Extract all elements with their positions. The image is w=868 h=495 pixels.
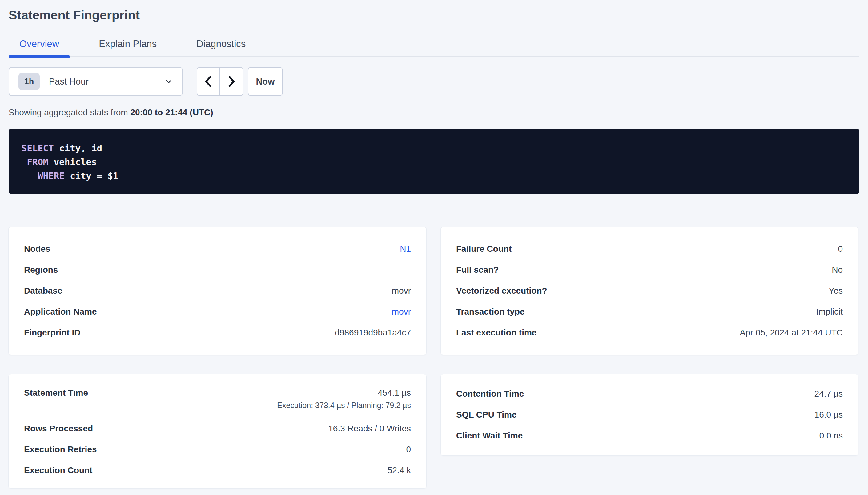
card-wait-times: Contention Time24.7 µsSQL CPU Time16.0 µ…	[441, 374, 858, 455]
now-button[interactable]: Now	[248, 67, 283, 96]
stat-label: Fingerprint ID	[24, 328, 81, 338]
stat-label: Nodes	[24, 244, 50, 254]
stat-value: 16.0 µs	[815, 410, 843, 420]
sql-keyword: SELECT	[21, 143, 54, 153]
stat-label: Last execution time	[456, 328, 537, 338]
sql-text: vehicles	[48, 157, 97, 167]
sql-line: FROM vehicles	[21, 155, 847, 169]
time-range-select[interactable]: 1h Past Hour	[9, 67, 183, 96]
stat-row: Databasemovr	[24, 280, 411, 301]
sql-text	[21, 171, 37, 181]
tab-overview[interactable]: Overview	[9, 35, 70, 56]
stat-label: Database	[24, 286, 63, 296]
card-execution-stats: Statement Time454.1 µsExecution: 373.4 µ…	[9, 374, 426, 488]
stat-label: Rows Processed	[24, 424, 93, 433]
aggregated-stats-text: Showing aggregated stats from 20:00 to 2…	[9, 108, 859, 117]
sql-line: SELECT city, id	[21, 141, 847, 155]
stat-row: Contention Time24.7 µs	[456, 383, 843, 404]
stat-value: 0	[838, 244, 843, 254]
stat-value: No	[832, 265, 843, 275]
chevron-left-icon	[203, 75, 214, 88]
stat-row: Fingerprint IDd986919d9ba1a4c7	[24, 322, 411, 343]
stat-subvalue: Execution: 373.4 µs / Planning: 79.2 µs	[277, 401, 411, 410]
chevron-down-icon	[164, 77, 173, 86]
stat-label: Execution Count	[24, 465, 92, 475]
stat-label: Execution Retries	[24, 445, 97, 455]
stat-value: movr	[392, 286, 411, 296]
stats-cards: NodesN1RegionsDatabasemovrApplication Na…	[9, 227, 859, 488]
stat-row: Application Namemovr	[24, 301, 411, 322]
stat-label: Client Wait Time	[456, 431, 523, 441]
card-overview-right: Failure Count0Full scan?NoVectorized exe…	[441, 227, 858, 355]
stat-row: Failure Count0	[456, 239, 843, 259]
stat-value: 52.4 k	[388, 465, 411, 475]
stat-value: 454.1 µs	[378, 388, 411, 398]
time-range-label: Past Hour	[49, 76, 164, 87]
aggregated-stats-range: 20:00 to 21:44 (UTC)	[130, 108, 213, 117]
chevron-right-icon	[226, 75, 237, 88]
page-title: Statement Fingerprint	[9, 8, 859, 22]
stat-label: Full scan?	[456, 265, 498, 275]
time-nav-group	[197, 67, 244, 96]
prev-time-button[interactable]	[197, 68, 220, 95]
tabs: OverviewExplain PlansDiagnostics	[9, 35, 859, 57]
time-range-badge: 1h	[18, 73, 40, 90]
stat-label: Contention Time	[456, 389, 524, 399]
sql-text: city, id	[54, 143, 102, 153]
aggregated-stats-prefix: Showing aggregated stats from	[9, 108, 130, 117]
stat-row: Last execution timeApr 05, 2024 at 21:44…	[456, 322, 843, 343]
stat-label: Vectorized execution?	[456, 286, 547, 296]
stat-label: Failure Count	[456, 244, 511, 254]
stat-value: 16.3 Reads / 0 Writes	[328, 424, 411, 433]
stat-label: Application Name	[24, 307, 97, 317]
stat-value: 0	[406, 445, 411, 455]
statement-fingerprint-page: Statement Fingerprint OverviewExplain Pl…	[0, 8, 868, 488]
next-time-button[interactable]	[220, 68, 243, 95]
stat-label: Statement Time	[24, 388, 88, 398]
sql-line: WHERE city = $1	[21, 169, 847, 183]
stat-row: Rows Processed16.3 Reads / 0 Writes	[24, 418, 411, 439]
stat-row: Regions	[24, 259, 411, 280]
stat-row: Statement Time454.1 µsExecution: 373.4 µ…	[24, 385, 411, 418]
sql-text	[21, 157, 27, 167]
sql-keyword: FROM	[27, 157, 48, 167]
stat-label: Transaction type	[456, 307, 525, 317]
stat-row: NodesN1	[24, 239, 411, 259]
stat-value: Yes	[829, 286, 843, 296]
stat-value-link[interactable]: movr	[392, 307, 411, 317]
card-overview-left: NodesN1RegionsDatabasemovrApplication Na…	[9, 227, 426, 355]
time-toolbar: 1h Past Hour	[9, 67, 859, 96]
stat-value: d986919d9ba1a4c7	[334, 328, 411, 338]
stat-label: SQL CPU Time	[456, 410, 517, 420]
stat-value: Apr 05, 2024 at 21:44 UTC	[740, 328, 843, 338]
sql-text: city = $1	[65, 171, 118, 181]
stat-row: Client Wait Time0.0 ns	[456, 425, 843, 446]
stat-row: SQL CPU Time16.0 µs	[456, 404, 843, 425]
tab-explain-plans[interactable]: Explain Plans	[88, 35, 167, 56]
stat-value: 24.7 µs	[815, 389, 843, 399]
stat-label: Regions	[24, 265, 58, 275]
sql-keyword: WHERE	[37, 171, 64, 181]
tab-diagnostics[interactable]: Diagnostics	[185, 35, 257, 56]
stat-value: 0.0 ns	[819, 431, 843, 441]
sql-statement-box: SELECT city, id FROM vehicles WHERE city…	[9, 129, 859, 194]
stat-value-stack: 454.1 µsExecution: 373.4 µs / Planning: …	[277, 388, 411, 410]
stat-row: Vectorized execution?Yes	[456, 280, 843, 301]
stat-row: Execution Count52.4 k	[24, 460, 411, 481]
stat-row: Transaction typeImplicit	[456, 301, 843, 322]
stat-row: Full scan?No	[456, 259, 843, 280]
stat-value-link[interactable]: N1	[400, 244, 411, 254]
stat-row: Execution Retries0	[24, 439, 411, 460]
stat-value: Implicit	[816, 307, 843, 317]
